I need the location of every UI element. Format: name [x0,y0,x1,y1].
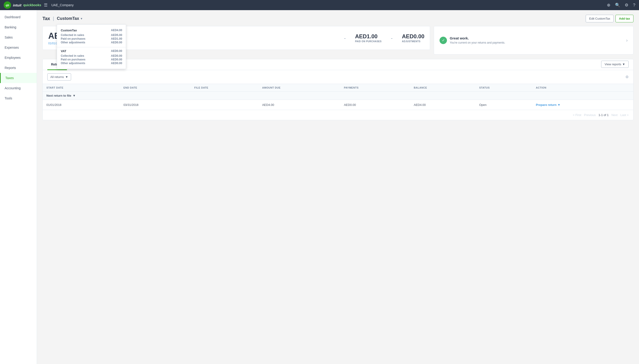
sidebar-item-accounting[interactable]: Accounting [0,83,37,93]
summary-paid-amount: AED1.00 [355,33,382,40]
sidebar-item-tools[interactable]: Tools [0,93,37,103]
view-reports-dropdown-icon: ▼ [622,62,625,66]
returns-table: START DATE END DATE FILE DATE AMOUNT DUE… [43,84,633,110]
view-reports-button[interactable]: View reports ▼ [601,61,628,68]
dropdown-customtax-paid: Paid on purchases AED1.00 [61,37,122,40]
dropdown-customtax-header: CustomTax AED4.00 [61,28,122,33]
dropdown-customtax-section: CustomTax AED4.00 Collected in sales AED… [57,26,126,46]
page-header: Tax | CustomTax ▼ CustomTax AED4.00 [43,15,633,22]
tax-dropdown-arrow-icon: ▼ [80,17,83,20]
tabs-row: Returns Payments View reports ▼ [43,59,633,70]
summary-adjustments-amount: AED0.00 [402,33,424,40]
table-settings-button[interactable]: ⚙ [625,75,628,79]
col-start-date: START DATE [43,84,120,92]
topnav-icons: ⊕ 🔍 ⚙ ? [607,2,635,8]
add-tax-button[interactable]: Add tax [615,15,633,22]
edit-customtax-button[interactable]: Edit CustomTax [586,15,614,22]
sidebar-item-expenses[interactable]: Expenses [0,42,37,52]
dropdown-vat-adjustments-label: Other adjustments [61,62,85,65]
pagination-previous[interactable]: Previous [584,113,596,117]
tax-selector-label: CustomTax [57,16,79,21]
dropdown-customtax-adjustments-label: Other adjustments [61,41,85,44]
returns-section: Returns Payments View reports ▼ All retu… [43,59,633,120]
help-icon[interactable]: ? [633,3,635,8]
pagination-first[interactable]: < First [573,113,581,117]
status-check-icon: ✓ [440,37,447,44]
filter-dropdown-icon: ▼ [65,75,68,79]
cell-payments: AED0.00 [340,100,410,110]
prepare-return-dropdown-icon: ▼ [557,103,560,106]
dropdown-vat-name[interactable]: VAT [61,49,66,53]
logo[interactable]: qb intuit quickbooks [4,2,41,9]
summary-divider2: - [391,35,393,41]
summary-adjustments: AED0.00 ADJUSTMENTS [402,33,424,43]
pagination-current: 1-1 of 1 [598,113,608,117]
title-separator: | [53,16,54,21]
topnav: qb intuit quickbooks ☰ UAE_Company ⊕ 🔍 ⚙… [0,0,639,10]
dropdown-vat-collected-value: AED0.00 [111,54,122,58]
col-action: ACTION [532,84,633,92]
add-icon[interactable]: ⊕ [607,2,610,8]
sidebar-item-employees[interactable]: Employees [0,52,37,63]
group-row-arrow-icon: ▼ [73,94,76,97]
dropdown-vat-collected: Collected in sales AED0.00 [61,54,122,58]
app-layout: Dashboard Banking Sales Expenses Employe… [0,10,639,364]
sidebar-item-banking[interactable]: Banking [0,22,37,32]
company-name: UAE_Company [51,3,74,7]
sidebar-item-reports[interactable]: Reports [0,63,37,73]
sidebar-item-sales[interactable]: Sales [0,32,37,42]
top-row: AED4.00 01/01/2018 - 03/31/2018 - AED1.0… [43,26,633,54]
dropdown-vat-section: VAT AED0.00 Collected in sales AED0.00 P… [57,47,126,67]
cell-end-date: 03/31/2018 [120,100,191,110]
hamburger-icon[interactable]: ☰ [44,2,48,8]
cell-start-date: 01/01/2018 [43,100,120,110]
prepare-return-link[interactable]: Prepare return ▼ [536,103,629,106]
dropdown-vat-paid: Paid on purchases AED0.00 [61,58,122,61]
summary-divider1: - [344,35,346,41]
table-row: 01/01/2018 03/31/2018 AED4.00 AED0.00 AE… [43,100,633,110]
sidebar-item-dashboard[interactable]: Dashboard [0,12,37,22]
tax-selector[interactable]: CustomTax ▼ CustomTax AED4.00 Collected … [57,16,83,21]
dropdown-vat-paid-value: AED0.00 [111,58,122,61]
cell-amount-due: AED4.00 [258,100,340,110]
dropdown-vat-total: AED0.00 [111,49,122,54]
status-card: ✓ Great work. You're current on your ret… [434,26,633,54]
summary-adjustments-label: ADJUSTMENTS [402,40,424,43]
app-subtitle: quickbooks [23,3,41,7]
group-row-label: Next return to file ▼ [46,94,629,97]
col-balance: BALANCE [410,84,475,92]
sidebar-item-taxes[interactable]: Taxes [0,73,37,83]
dropdown-customtax-collected-value: AED5.00 [111,34,122,37]
dropdown-vat-header: VAT AED0.00 [61,49,122,54]
table-controls: All returns ▼ ⚙ [43,70,633,84]
summary-paid-label: PAID ON PURCHASES [355,40,382,43]
svg-text:qb: qb [6,4,9,7]
cell-file-date [191,100,258,110]
dropdown-customtax-name[interactable]: CustomTax [61,28,77,32]
col-amount-due: AMOUNT DUE [258,84,340,92]
settings-icon[interactable]: ⚙ [625,2,628,8]
dropdown-customtax-collected-label: Collected in sales [61,34,84,37]
search-icon[interactable]: 🔍 [615,2,620,8]
page-title: Tax [43,16,50,21]
page-header-left: Tax | CustomTax ▼ CustomTax AED4.00 [43,16,83,21]
col-status: STATUS [476,84,532,92]
status-message: You're current on your returns and payme… [450,41,505,44]
dropdown-customtax-paid-value: AED1.00 [111,37,122,40]
dropdown-customtax-paid-label: Paid on purchases [61,37,85,40]
dropdown-customtax-total: AED4.00 [111,28,122,33]
pagination-last[interactable]: Last > [620,113,628,117]
dropdown-customtax-collected: Collected in sales AED5.00 [61,33,122,37]
cell-status: Open [476,100,532,110]
dropdown-vat-paid-label: Paid on purchases [61,58,85,61]
summary-paid: AED1.00 PAID ON PURCHASES [355,33,382,43]
pagination-next[interactable]: Next [611,113,617,117]
dropdown-vat-adjustments-value: AED0.00 [111,62,122,65]
cell-balance: AED4.00 [410,100,475,110]
group-row-text: Next return to file [46,94,71,97]
all-returns-filter[interactable]: All returns ▼ [47,73,71,80]
group-row-next-return: Next return to file ▼ [43,92,633,100]
filter-label: All returns [50,75,64,79]
status-title: Great work. [450,36,505,40]
status-arrow-icon[interactable]: › [626,38,628,43]
